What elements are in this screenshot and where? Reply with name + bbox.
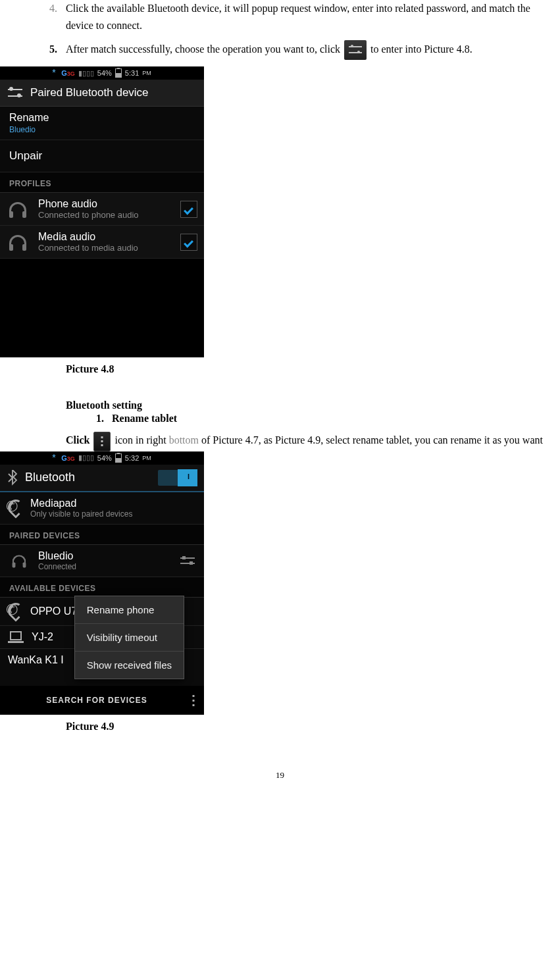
battery-icon	[115, 453, 122, 463]
bluetooth-header: Bluetooth I	[0, 465, 204, 492]
media-audio-row[interactable]: Media audio Connected to media audio	[0, 226, 204, 259]
search-for-devices-button[interactable]: SEARCH FOR DEVICES	[5, 696, 188, 705]
rename-row[interactable]: Rename Bluedio	[0, 107, 204, 140]
popup-show-received-files[interactable]: Show received files	[75, 652, 184, 679]
bluetooth-status-icon	[53, 69, 58, 77]
click-instruction-text: Click icon in right bottom of Picture 4.…	[66, 430, 553, 451]
headphones-icon	[7, 232, 29, 252]
bluetooth-toggle-on[interactable]: I	[158, 470, 197, 486]
overflow-menu-icon[interactable]	[188, 694, 199, 707]
mediapad-row[interactable]: Mediapad Only visible to paired devices	[0, 492, 204, 525]
overflow-menu-icon	[93, 432, 111, 451]
screen-title-bar: Paired Bluetooth device	[0, 80, 204, 107]
caption-4-8: Picture 4.8	[66, 359, 560, 380]
headphones-icon	[10, 553, 28, 569]
caption-4-9: Picture 4.9	[66, 716, 560, 737]
rename-tablet-item: Rename tablet	[112, 413, 560, 425]
battery-icon	[115, 68, 122, 78]
bluetooth-setting-heading: Bluetooth setting	[66, 399, 560, 411]
phone-icon	[8, 500, 22, 517]
screenshot-picture-4-9: G3G ▮▯▯▯ 54% 5:32 PM Bluetooth I Mediapa…	[0, 451, 204, 715]
step-5-text: After match successfully, choose the ope…	[63, 40, 553, 60]
bluedio-row[interactable]: Bluedio Connected	[0, 545, 204, 577]
step-4-text: Click the available Bluetooth device, it…	[63, 0, 553, 34]
settings-sliders-icon	[344, 40, 367, 60]
profiles-header: PROFILES	[0, 172, 204, 193]
footer-bar: SEARCH FOR DEVICES	[0, 686, 204, 715]
checkbox-checked[interactable]	[180, 201, 197, 218]
screen-title: Paired Bluetooth device	[30, 86, 149, 99]
headphones-icon	[7, 199, 29, 219]
bluetooth-status-icon	[53, 454, 58, 462]
paired-devices-header: PAIRED DEVICES	[0, 525, 204, 545]
popup-visibility-timeout[interactable]: Visibility timeout	[75, 624, 184, 652]
checkbox-checked[interactable]	[180, 234, 197, 251]
phone-audio-row[interactable]: Phone audio Connected to phone audio	[0, 193, 204, 226]
popup-rename-phone[interactable]: Rename phone	[75, 596, 184, 624]
status-bar: G3G ▮▯▯▯ 54% 5:32 PM	[0, 451, 204, 465]
bluetooth-icon	[7, 470, 18, 486]
available-devices-header: AVAILABLE DEVICES	[0, 577, 204, 598]
phone-icon	[8, 603, 22, 620]
page-number: 19	[0, 770, 560, 781]
overflow-popup-menu: Rename phone Visibility timeout Show rec…	[74, 596, 184, 679]
settings-sliders-icon	[8, 86, 22, 99]
unpair-row[interactable]: Unpair	[0, 140, 204, 172]
device-settings-icon[interactable]	[179, 553, 196, 568]
status-bar: G3G ▮▯▯▯ 54% 5:31 PM	[0, 66, 204, 80]
laptop-icon	[8, 631, 24, 643]
screenshot-picture-4-8: G3G ▮▯▯▯ 54% 5:31 PM Paired Bluetooth de…	[0, 66, 204, 357]
